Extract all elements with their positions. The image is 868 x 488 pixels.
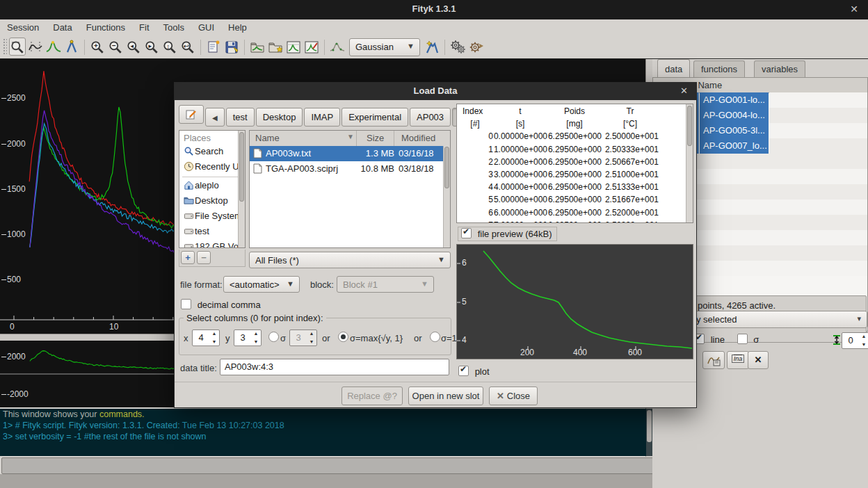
tab-variables[interactable]: variables	[754, 60, 805, 77]
data-slots-button[interactable]	[285, 38, 302, 56]
line-checkbox[interactable]: line σ	[694, 334, 759, 345]
place-item-desktop[interactable]: Desktop	[179, 194, 245, 209]
copy-function-button[interactable]	[702, 351, 725, 369]
places-scrollbar[interactable]	[238, 131, 245, 248]
tab-data[interactable]: data	[657, 59, 690, 77]
fit-settings-button[interactable]	[449, 38, 466, 56]
run-fit-button[interactable]	[467, 38, 484, 56]
sigma-max-radio[interactable]	[338, 332, 348, 342]
place-item-search[interactable]: Search	[179, 145, 245, 160]
dialog-close-button[interactable]: ✕	[680, 86, 688, 96]
zoom-right-button[interactable]: ▸	[143, 38, 160, 56]
menu-tools[interactable]: Tools	[156, 19, 191, 33]
add-point-mode-button[interactable]	[63, 38, 80, 56]
menu-gui[interactable]: GUI	[191, 19, 221, 33]
decimal-comma-label: decimal comma	[198, 300, 261, 310]
add-function-button[interactable]	[424, 38, 440, 56]
file-list-scrollbar[interactable]	[443, 146, 450, 248]
file-preview-table[interactable]: Index tPoidsTr[#][s][mg][°C]00.00000e+00…	[456, 104, 693, 223]
stepper-down-icon[interactable]: ▼	[860, 341, 868, 348]
toolbar-separator	[444, 40, 445, 55]
file-row[interactable]: AP003w.txt1.3 MB03/16/18	[250, 146, 450, 161]
console-intro-highlight: commands.	[99, 409, 145, 419]
place-item-aleplo[interactable]: aleplo	[179, 179, 245, 194]
path-button-imap[interactable]: IMAP	[304, 108, 340, 127]
save-session-icon	[224, 40, 239, 55]
place-item-182-gb-vol-[interactable]: 182 GB Vol...	[179, 240, 245, 248]
place-item-file-system[interactable]: File System	[179, 209, 245, 225]
save-session-button[interactable]	[223, 38, 240, 56]
zoom-previous-button[interactable]: ↩	[179, 38, 196, 56]
path-button-desktop[interactable]: Desktop	[256, 108, 303, 127]
file-row[interactable]: TGA-AP003.sciprj10.8 MB03/18/18	[250, 161, 450, 177]
close-button-label: Close	[507, 391, 530, 401]
stepper-up-icon[interactable]: ▲	[210, 330, 218, 337]
menu-help[interactable]: Help	[221, 19, 254, 33]
path-button-ap003[interactable]: AP003	[410, 108, 451, 127]
menu-functions[interactable]: Functions	[79, 19, 132, 33]
new-session-icon	[206, 40, 221, 55]
preview-y-tick-label: 4	[462, 335, 467, 345]
sigma-column-radio[interactable]	[268, 332, 279, 342]
zoom-out-button[interactable]: −	[107, 38, 124, 56]
file-preview-checkbox[interactable]: file preview (64kB)	[458, 227, 557, 241]
places-panel[interactable]: Places SearchRecently U...aleploDesktopF…	[179, 130, 246, 248]
column-modified[interactable]: Modified	[401, 133, 435, 143]
zoom-vertical-button[interactable]: ↕	[161, 38, 178, 56]
file-icon	[253, 148, 262, 158]
file-format-dropdown[interactable]: <automatic> ▼	[223, 276, 300, 293]
data-title-input[interactable]: AP003w:4:3	[220, 359, 449, 375]
place-item-test[interactable]: test	[179, 225, 245, 240]
tab-functions[interactable]: functions	[693, 60, 745, 77]
menu-fit[interactable]: Fit	[132, 19, 156, 33]
plot-checkbox[interactable]: plot	[458, 366, 490, 377]
new-session-button[interactable]	[205, 38, 222, 56]
stepper-up-icon[interactable]: ▲	[252, 330, 260, 337]
function-type-dropdown[interactable]: Gaussian▼	[349, 38, 420, 56]
zoom-in-button[interactable]: +	[89, 38, 106, 56]
console-scrollbar[interactable]	[646, 409, 652, 456]
column-name[interactable]: Name	[255, 133, 280, 143]
zoom-left-button[interactable]: ◂	[125, 38, 142, 56]
window-close-button[interactable]: ✕	[850, 3, 858, 15]
data-range-mode-button[interactable]	[27, 38, 44, 56]
sigma-checkbox[interactable]	[737, 334, 748, 344]
remove-place-button[interactable]: −	[197, 251, 211, 264]
file-modified: 03/18/18	[399, 163, 434, 174]
or-label: or	[322, 333, 330, 343]
stepper-down-icon[interactable]: ▼	[252, 339, 260, 345]
path-button-test[interactable]: test	[226, 108, 255, 127]
delete-dataset-button[interactable]: ✕	[748, 351, 769, 369]
sigma-one-radio[interactable]	[430, 332, 440, 342]
stepper-down-icon[interactable]: ▼	[210, 339, 218, 345]
edit-data-button[interactable]	[303, 38, 320, 56]
point-size-stepper[interactable]: 0 ▲ ▼	[842, 332, 868, 349]
place-item-recently-u-[interactable]: Recently U...	[179, 160, 245, 175]
place-item-label: Desktop	[195, 195, 228, 206]
dialog-titlebar: Load Data ✕	[175, 83, 696, 100]
auto-add-peak-button[interactable]	[329, 38, 346, 56]
edit-path-button[interactable]	[179, 105, 204, 124]
decimal-comma-checkbox[interactable]: decimal comma	[181, 299, 261, 310]
toolbar-grip[interactable]	[3, 38, 7, 55]
stepper-up-icon[interactable]: ▲	[860, 333, 868, 340]
y-column-stepper[interactable]: 3 ▲▼	[234, 330, 262, 346]
path-scroll-left-button[interactable]: ◀	[205, 108, 225, 127]
preview-scrollbar[interactable]	[686, 104, 693, 223]
add-place-button[interactable]: +	[181, 251, 195, 264]
close-button[interactable]: ✕Close	[489, 387, 538, 405]
column-size[interactable]: Size	[367, 133, 384, 143]
open-data-button[interactable]	[249, 38, 266, 56]
path-button-experimental[interactable]: Experimental	[341, 108, 408, 127]
rename-dataset-button[interactable]: Ina	[727, 351, 749, 369]
file-list[interactable]: Name ▼ Size Modified AP003w.txt1.3 MB03/…	[249, 130, 451, 248]
add-peak-mode-button[interactable]	[45, 38, 62, 56]
menu-data[interactable]: Data	[46, 19, 79, 33]
file-filter-dropdown[interactable]: All Files (*) ▼	[249, 252, 451, 268]
zoom-mode-button[interactable]	[9, 38, 26, 56]
open-in-new-slot-button[interactable]: Open in new slot	[408, 387, 483, 405]
open-data-append-button[interactable]	[267, 38, 284, 56]
dataset-row-filler	[769, 92, 868, 108]
menu-session[interactable]: Session	[0, 19, 46, 33]
x-column-stepper[interactable]: 4 ▲▼	[192, 330, 220, 346]
